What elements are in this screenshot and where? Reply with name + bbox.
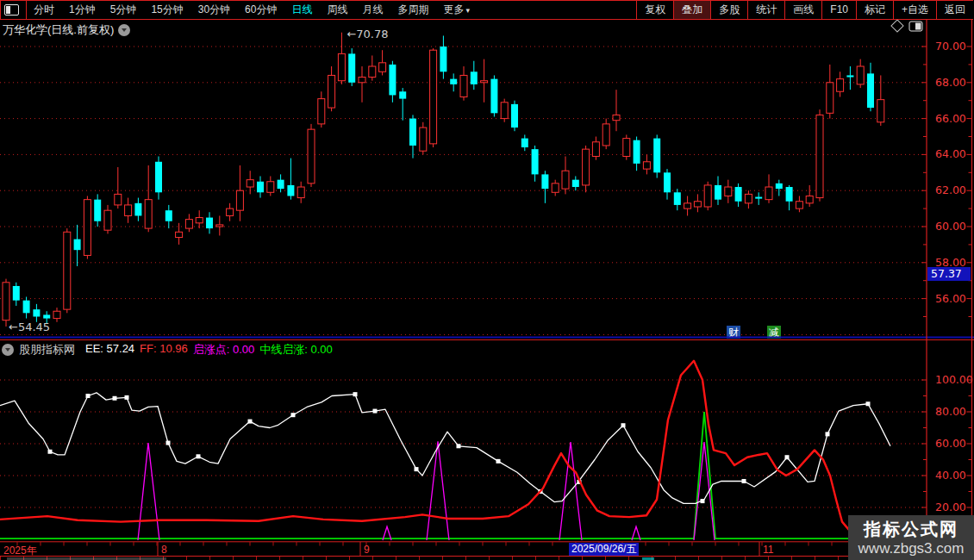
candle-up [552, 184, 559, 192]
selected-date-tag: 2025/09/26/五 [569, 543, 639, 556]
candle-down [867, 73, 874, 108]
candle-down [653, 139, 660, 173]
candle-down [541, 174, 548, 189]
indicator-field: EE: 57.24 [85, 342, 134, 358]
candle-down [257, 182, 264, 193]
candle-up [247, 180, 253, 187]
candle-up [3, 283, 9, 320]
period-tabs: 分时1分钟5分钟15分钟30分钟60分钟日线周线月线多周期更多▾ [34, 3, 484, 17]
white-line-marker [701, 499, 705, 503]
candle-up [725, 187, 732, 196]
toolbar-right-group: 复权叠加多股统计画线F10标记+自选返回 [636, 1, 973, 19]
toolbar-button[interactable]: 统计 [747, 1, 784, 19]
candle-down [155, 162, 162, 193]
low-annotation: ←54.45 [9, 320, 50, 333]
indicator-axis-label: 80.00 [935, 405, 966, 418]
chevron-down-icon[interactable] [118, 24, 130, 36]
candle-down [572, 180, 579, 187]
chevron-down-icon[interactable] [2, 344, 14, 356]
candle-up [430, 50, 437, 144]
toolbar-button[interactable]: 多股 [710, 1, 747, 19]
candle-down [735, 187, 742, 202]
candle-up [643, 162, 650, 169]
price-axis-label: 60.00 [935, 220, 966, 233]
period-tab[interactable]: 更多▾ [443, 3, 470, 17]
toolbar-button[interactable]: 标记 [856, 1, 893, 19]
white-line-marker [373, 409, 378, 414]
candle-up [176, 232, 183, 237]
watermark-title: 指标公式网 [864, 519, 958, 539]
period-tab[interactable]: 15分钟 [151, 3, 183, 17]
candle-down [521, 139, 528, 147]
period-tab[interactable]: 60分钟 [245, 3, 277, 17]
white-line-marker [113, 396, 117, 401]
indicator-field: 启涨点: 0.00 [193, 342, 255, 358]
candle-down [43, 314, 50, 318]
candle-down [94, 200, 101, 221]
indicator-axis-label: 60.00 [935, 437, 966, 450]
candle-down [532, 149, 539, 174]
xaxis-label: 8 [161, 544, 167, 556]
toolbar-button[interactable]: +自选 [893, 1, 936, 19]
candle-up [53, 311, 60, 318]
candle-down [287, 185, 294, 196]
white-line-marker [125, 395, 129, 400]
period-tab[interactable]: 1分钟 [69, 3, 96, 17]
toolbar-button[interactable]: 画线 [784, 1, 821, 19]
watermark: 指标公式网 www.zbgs3.com [848, 515, 974, 560]
indicator-values: EE: 57.24FF: 10.96启涨点: 0.00中线启涨: 0.00 [80, 342, 333, 358]
toolbar-button[interactable]: F10 [821, 1, 856, 19]
xaxis-label: 9 [364, 544, 370, 556]
candle-up [877, 100, 884, 122]
toolbar-button[interactable]: 返回 [936, 1, 973, 19]
chevron-down-icon: ▾ [465, 6, 470, 15]
white-line-marker [866, 401, 871, 406]
candle-up [827, 83, 834, 114]
candle-down [13, 286, 20, 301]
candle-up [684, 203, 691, 208]
chart-canvas[interactable]: ←70.78←54.45财减57.37 [0, 0, 974, 560]
indicator-header: 股朋指标网 EE: 57.24FF: 10.96启涨点: 0.00中线启涨: 0… [2, 342, 333, 358]
period-tab[interactable]: 周线 [327, 3, 347, 17]
period-tab[interactable]: 月线 [362, 3, 383, 17]
candle-down [490, 79, 497, 114]
period-tab[interactable]: 多周期 [397, 3, 428, 17]
candle-up [623, 139, 630, 157]
candle-up [603, 124, 609, 146]
period-tab[interactable]: 分时 [34, 3, 54, 17]
last-price-text: 57.37 [931, 267, 962, 280]
period-tab[interactable]: 日线 [291, 3, 312, 17]
toolbar-button[interactable]: 叠加 [673, 1, 710, 19]
candle-up [227, 208, 234, 215]
price-axis-label: 70.00 [935, 40, 966, 53]
candle-down [134, 203, 141, 216]
candle-up [837, 79, 844, 92]
magenta-spike [427, 441, 449, 540]
price-axis-label: 56.00 [935, 292, 966, 305]
candle-down [755, 197, 762, 199]
top-toolbar: 分时1分钟5分钟15分钟30分钟60分钟日线周线月线多周期更多▾ 复权叠加多股统… [0, 0, 973, 20]
candle-up [765, 187, 772, 200]
indicator-field: FF: 10.96 [140, 342, 188, 358]
symbol-title[interactable]: 万华化学(日线.前复权) [3, 22, 114, 38]
white-line-marker [785, 455, 790, 459]
period-tab[interactable]: 5分钟 [110, 3, 137, 17]
white-line-marker [197, 454, 201, 458]
candle-up [328, 75, 335, 108]
white-line-marker [353, 392, 358, 396]
white-line-marker [621, 423, 626, 427]
candle-up [84, 200, 91, 256]
candle-up [308, 129, 315, 184]
candle-up [806, 196, 813, 202]
panel-toggle-icon[interactable] [4, 4, 19, 16]
candle-down [440, 47, 446, 72]
candle-down [23, 301, 30, 314]
candle-up [562, 171, 569, 189]
xaxis-label: 11 [763, 544, 773, 556]
toolbar-button[interactable]: 复权 [636, 1, 673, 19]
candle-up [613, 115, 620, 120]
candle-up [420, 128, 427, 151]
candle-down [389, 65, 396, 96]
white-line-marker [86, 394, 91, 398]
period-tab[interactable]: 30分钟 [198, 3, 230, 17]
